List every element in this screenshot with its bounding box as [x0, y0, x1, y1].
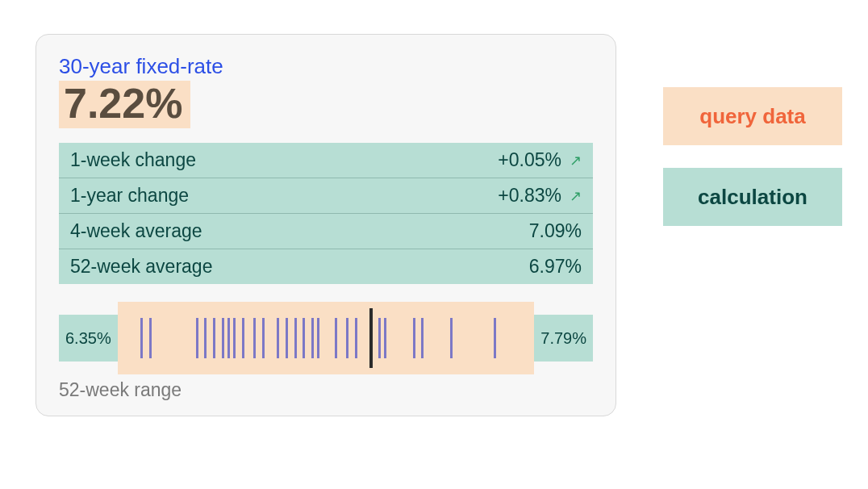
table-row: 1-year change +0.83% ↗: [59, 178, 593, 213]
stats-table: 1-week change +0.05% ↗ 1-year change +0.…: [59, 143, 593, 284]
stat-label: 52-week average: [70, 256, 212, 278]
strip-tick: [196, 318, 198, 358]
card-title: 30-year fixed-rate: [59, 54, 593, 79]
strip-tick: [317, 318, 319, 358]
strip-tick: [450, 318, 453, 358]
stat-value: 6.97%: [529, 256, 582, 278]
strip-tick: [149, 318, 152, 358]
range-high: 7.79%: [534, 315, 593, 362]
strip-tick: [384, 318, 386, 358]
strip-tick: [378, 318, 381, 358]
table-row: 4-week average 7.09%: [59, 213, 593, 249]
strip-tick: [242, 318, 244, 358]
strip-tick: [294, 318, 297, 358]
stat-label: 4-week average: [70, 220, 202, 242]
stat-value: +0.05%: [498, 149, 561, 171]
legend-query-data: query data: [663, 87, 842, 145]
headline-rate: 7.22%: [59, 81, 190, 128]
strip-tick: [213, 318, 215, 358]
legend: query data calculation: [663, 87, 842, 226]
strip-tick: [204, 318, 207, 358]
strip-tick: [335, 318, 337, 358]
range-strip: 6.35% 7.79%: [59, 302, 593, 374]
strip-tick: [233, 318, 236, 358]
trend-up-icon: ↗: [570, 187, 582, 205]
strip-current-marker: [369, 308, 373, 368]
stat-value: 7.09%: [529, 220, 582, 242]
strip-tick: [311, 318, 314, 358]
stat-label: 1-week change: [70, 149, 196, 171]
strip-tick: [253, 318, 256, 358]
strip-tick: [227, 318, 230, 358]
strip-tick: [140, 318, 143, 358]
strip-tick: [413, 318, 415, 358]
stat-value: +0.83%: [498, 185, 561, 207]
strip-tick: [286, 318, 288, 358]
stat-label: 1-year change: [70, 185, 189, 207]
legend-calculation: calculation: [663, 168, 842, 226]
strip-plot: [118, 302, 535, 374]
range-caption: 52-week range: [59, 379, 593, 401]
rate-card: 30-year fixed-rate 7.22% 1-week change +…: [35, 34, 616, 416]
strip-tick: [277, 318, 279, 358]
strip-tick: [222, 318, 224, 358]
strip-tick: [421, 318, 424, 358]
table-row: 52-week average 6.97%: [59, 249, 593, 284]
strip-tick: [494, 318, 496, 358]
strip-tick: [346, 318, 348, 358]
strip-tick: [303, 318, 305, 358]
table-row: 1-week change +0.05% ↗: [59, 143, 593, 178]
range-low: 6.35%: [59, 315, 118, 362]
trend-up-icon: ↗: [570, 152, 582, 169]
strip-tick: [262, 318, 265, 358]
strip-tick: [355, 318, 357, 358]
